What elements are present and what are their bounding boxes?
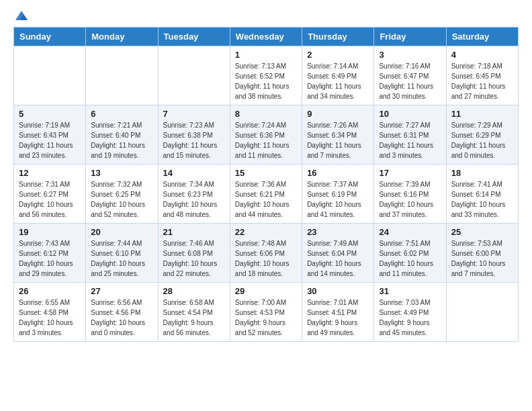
day-cell: 28Sunrise: 6:58 AMSunset: 4:54 PMDayligh… [158, 283, 230, 342]
day-number: 13 [91, 168, 152, 178]
day-number: 22 [235, 227, 297, 237]
day-number: 23 [307, 227, 369, 237]
day-cell: 25Sunrise: 7:53 AMSunset: 6:00 PMDayligh… [446, 224, 518, 283]
day-cell: 31Sunrise: 7:03 AMSunset: 4:49 PMDayligh… [374, 283, 446, 342]
day-number: 9 [307, 109, 369, 119]
day-cell: 3Sunrise: 7:16 AMSunset: 6:47 PMDaylight… [374, 46, 446, 105]
day-number: 4 [451, 50, 513, 60]
col-thursday: Thursday [302, 28, 374, 46]
day-number: 18 [451, 168, 513, 178]
day-info: Sunrise: 7:51 AMSunset: 6:02 PMDaylight:… [379, 240, 433, 277]
day-number: 15 [235, 168, 297, 178]
day-info: Sunrise: 7:26 AMSunset: 6:34 PMDaylight:… [307, 122, 361, 159]
day-cell: 27Sunrise: 6:56 AMSunset: 4:56 PMDayligh… [86, 283, 158, 342]
day-cell [86, 46, 158, 105]
day-cell: 9Sunrise: 7:26 AMSunset: 6:34 PMDaylight… [302, 105, 374, 165]
day-cell: 29Sunrise: 7:00 AMSunset: 4:53 PMDayligh… [230, 283, 302, 342]
day-info: Sunrise: 7:21 AMSunset: 6:40 PMDaylight:… [91, 122, 145, 159]
day-number: 5 [19, 109, 81, 119]
week-row-4: 19Sunrise: 7:43 AMSunset: 6:12 PMDayligh… [14, 224, 519, 283]
day-cell: 22Sunrise: 7:48 AMSunset: 6:06 PMDayligh… [230, 224, 302, 283]
week-row-5: 26Sunrise: 6:55 AMSunset: 4:58 PMDayligh… [14, 283, 519, 342]
day-info: Sunrise: 7:39 AMSunset: 6:16 PMDaylight:… [379, 181, 433, 218]
day-number: 30 [307, 286, 369, 296]
day-info: Sunrise: 7:03 AMSunset: 4:49 PMDaylight:… [379, 299, 430, 336]
day-info: Sunrise: 7:53 AMSunset: 6:00 PMDaylight:… [451, 240, 506, 277]
day-number: 21 [163, 227, 225, 237]
day-number: 20 [91, 227, 152, 237]
day-info: Sunrise: 7:43 AMSunset: 6:12 PMDaylight:… [19, 240, 73, 277]
day-number: 3 [379, 50, 441, 60]
day-info: Sunrise: 7:16 AMSunset: 6:47 PMDaylight:… [379, 62, 433, 100]
day-info: Sunrise: 7:49 AMSunset: 6:04 PMDaylight:… [307, 240, 361, 277]
day-info: Sunrise: 7:29 AMSunset: 6:29 PMDaylight:… [451, 122, 506, 159]
day-info: Sunrise: 7:32 AMSunset: 6:25 PMDaylight:… [91, 181, 145, 218]
day-info: Sunrise: 7:13 AMSunset: 6:52 PMDaylight:… [235, 62, 290, 100]
day-cell [446, 283, 518, 342]
day-number: 6 [91, 109, 152, 119]
day-number: 11 [451, 109, 513, 119]
day-info: Sunrise: 7:19 AMSunset: 6:43 PMDaylight:… [19, 122, 73, 159]
day-cell: 5Sunrise: 7:19 AMSunset: 6:43 PMDaylight… [14, 105, 86, 165]
day-cell: 8Sunrise: 7:24 AMSunset: 6:36 PMDaylight… [230, 105, 302, 165]
calendar-table: Sunday Monday Tuesday Wednesday Thursday… [13, 27, 519, 342]
day-info: Sunrise: 7:44 AMSunset: 6:10 PMDaylight:… [91, 240, 145, 277]
day-number: 26 [19, 286, 81, 296]
day-cell: 21Sunrise: 7:46 AMSunset: 6:08 PMDayligh… [158, 224, 230, 283]
col-friday: Friday [374, 28, 446, 46]
day-info: Sunrise: 7:31 AMSunset: 6:27 PMDaylight:… [19, 181, 73, 218]
day-info: Sunrise: 6:56 AMSunset: 4:56 PMDaylight:… [91, 299, 145, 336]
day-info: Sunrise: 6:55 AMSunset: 4:58 PMDaylight:… [19, 299, 73, 336]
day-number: 8 [235, 109, 297, 119]
day-number: 12 [19, 168, 81, 178]
day-number: 31 [379, 286, 441, 296]
day-number: 29 [235, 286, 297, 296]
day-number: 1 [235, 50, 297, 60]
day-info: Sunrise: 6:58 AMSunset: 4:54 PMDaylight:… [163, 299, 214, 336]
day-info: Sunrise: 7:36 AMSunset: 6:21 PMDaylight:… [235, 181, 290, 218]
day-number: 10 [379, 109, 441, 119]
day-cell: 10Sunrise: 7:27 AMSunset: 6:31 PMDayligh… [374, 105, 446, 165]
day-number: 2 [307, 50, 369, 60]
day-cell: 19Sunrise: 7:43 AMSunset: 6:12 PMDayligh… [14, 224, 86, 283]
col-sunday: Sunday [14, 28, 86, 46]
page: Sunday Monday Tuesday Wednesday Thursday… [0, 0, 532, 411]
day-cell: 17Sunrise: 7:39 AMSunset: 6:16 PMDayligh… [374, 165, 446, 224]
day-number: 24 [379, 227, 441, 237]
day-cell: 23Sunrise: 7:49 AMSunset: 6:04 PMDayligh… [302, 224, 374, 283]
day-info: Sunrise: 7:41 AMSunset: 6:14 PMDaylight:… [451, 181, 506, 218]
day-cell: 4Sunrise: 7:18 AMSunset: 6:45 PMDaylight… [446, 46, 518, 105]
col-monday: Monday [86, 28, 158, 46]
day-info: Sunrise: 7:37 AMSunset: 6:19 PMDaylight:… [307, 181, 361, 218]
day-info: Sunrise: 7:46 AMSunset: 6:08 PMDaylight:… [163, 240, 218, 277]
day-number: 17 [379, 168, 441, 178]
day-cell: 1Sunrise: 7:13 AMSunset: 6:52 PMDaylight… [230, 46, 302, 105]
day-cell: 6Sunrise: 7:21 AMSunset: 6:40 PMDaylight… [86, 105, 158, 165]
day-cell: 13Sunrise: 7:32 AMSunset: 6:25 PMDayligh… [86, 165, 158, 224]
logo-icon [14, 8, 29, 23]
day-info: Sunrise: 7:01 AMSunset: 4:51 PMDaylight:… [307, 299, 358, 336]
day-info: Sunrise: 7:18 AMSunset: 6:45 PMDaylight:… [451, 62, 506, 100]
day-cell: 16Sunrise: 7:37 AMSunset: 6:19 PMDayligh… [302, 165, 374, 224]
day-cell: 12Sunrise: 7:31 AMSunset: 6:27 PMDayligh… [14, 165, 86, 224]
day-number: 19 [19, 227, 81, 237]
col-wednesday: Wednesday [230, 28, 302, 46]
day-info: Sunrise: 7:00 AMSunset: 4:53 PMDaylight:… [235, 299, 286, 336]
day-cell [158, 46, 230, 105]
day-number: 16 [307, 168, 369, 178]
week-row-3: 12Sunrise: 7:31 AMSunset: 6:27 PMDayligh… [14, 165, 519, 224]
day-cell: 26Sunrise: 6:55 AMSunset: 4:58 PMDayligh… [14, 283, 86, 342]
day-info: Sunrise: 7:34 AMSunset: 6:23 PMDaylight:… [163, 181, 218, 218]
day-info: Sunrise: 7:48 AMSunset: 6:06 PMDaylight:… [235, 240, 290, 277]
day-cell: 2Sunrise: 7:14 AMSunset: 6:49 PMDaylight… [302, 46, 374, 105]
day-number: 28 [163, 286, 225, 296]
col-tuesday: Tuesday [158, 28, 230, 46]
day-cell: 20Sunrise: 7:44 AMSunset: 6:10 PMDayligh… [86, 224, 158, 283]
day-info: Sunrise: 7:27 AMSunset: 6:31 PMDaylight:… [379, 122, 433, 159]
day-cell: 11Sunrise: 7:29 AMSunset: 6:29 PMDayligh… [446, 105, 518, 165]
week-row-2: 5Sunrise: 7:19 AMSunset: 6:43 PMDaylight… [14, 105, 519, 165]
day-cell: 30Sunrise: 7:01 AMSunset: 4:51 PMDayligh… [302, 283, 374, 342]
header-row: Sunday Monday Tuesday Wednesday Thursday… [14, 28, 519, 46]
header [13, 11, 519, 19]
day-cell: 7Sunrise: 7:23 AMSunset: 6:38 PMDaylight… [158, 105, 230, 165]
